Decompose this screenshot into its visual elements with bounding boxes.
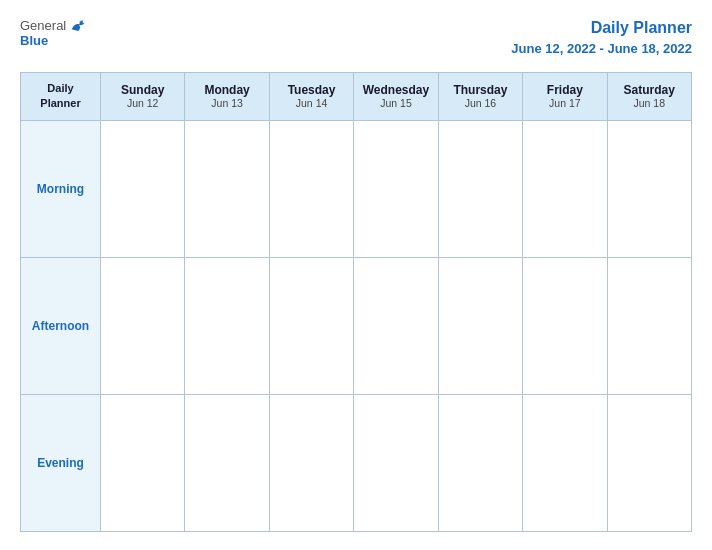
afternoon-sunday[interactable] [101, 257, 185, 394]
sunday-date: Jun 12 [105, 97, 180, 109]
tuesday-name: Tuesday [274, 83, 349, 97]
col-sunday: Sunday Jun 12 [101, 72, 185, 120]
afternoon-friday[interactable] [523, 257, 607, 394]
col-friday: Friday Jun 17 [523, 72, 607, 120]
afternoon-thursday[interactable] [438, 257, 522, 394]
logo-general-text: General [20, 18, 66, 33]
thursday-date: Jun 16 [443, 97, 518, 109]
calendar-table: DailyPlanner Sunday Jun 12 Monday Jun 13… [20, 72, 692, 532]
afternoon-saturday[interactable] [607, 257, 691, 394]
afternoon-tuesday[interactable] [269, 257, 353, 394]
logo-text: General [20, 18, 88, 33]
col-saturday: Saturday Jun 18 [607, 72, 691, 120]
evening-label: Evening [21, 394, 101, 531]
logo-blue-text: Blue [20, 33, 48, 48]
morning-sunday[interactable] [101, 120, 185, 257]
morning-tuesday[interactable] [269, 120, 353, 257]
morning-label: Morning [21, 120, 101, 257]
evening-monday[interactable] [185, 394, 269, 531]
afternoon-monday[interactable] [185, 257, 269, 394]
col-wednesday: Wednesday Jun 15 [354, 72, 438, 120]
daily-planner-header-cell: DailyPlanner [21, 72, 101, 120]
morning-thursday[interactable] [438, 120, 522, 257]
logo-bird-icon [70, 19, 88, 33]
evening-tuesday[interactable] [269, 394, 353, 531]
sunday-name: Sunday [105, 83, 180, 97]
saturday-name: Saturday [612, 83, 687, 97]
header-row: DailyPlanner Sunday Jun 12 Monday Jun 13… [21, 72, 692, 120]
morning-row: Morning [21, 120, 692, 257]
wednesday-date: Jun 15 [358, 97, 433, 109]
evening-wednesday[interactable] [354, 394, 438, 531]
evening-row: Evening [21, 394, 692, 531]
col-thursday: Thursday Jun 16 [438, 72, 522, 120]
monday-date: Jun 13 [189, 97, 264, 109]
header: General Blue Daily Planner June 12, 2022… [20, 18, 692, 58]
evening-saturday[interactable] [607, 394, 691, 531]
morning-friday[interactable] [523, 120, 607, 257]
morning-monday[interactable] [185, 120, 269, 257]
date-range: June 12, 2022 - June 18, 2022 [511, 41, 692, 56]
morning-wednesday[interactable] [354, 120, 438, 257]
monday-name: Monday [189, 83, 264, 97]
friday-name: Friday [527, 83, 602, 97]
morning-saturday[interactable] [607, 120, 691, 257]
afternoon-row: Afternoon [21, 257, 692, 394]
col-tuesday: Tuesday Jun 14 [269, 72, 353, 120]
page-title: Daily Planner [591, 19, 692, 36]
afternoon-wednesday[interactable] [354, 257, 438, 394]
page: General Blue Daily Planner June 12, 2022… [0, 0, 712, 550]
friday-date: Jun 17 [527, 97, 602, 109]
afternoon-label: Afternoon [21, 257, 101, 394]
logo-area: General Blue [20, 18, 88, 48]
thursday-name: Thursday [443, 83, 518, 97]
col-monday: Monday Jun 13 [185, 72, 269, 120]
evening-friday[interactable] [523, 394, 607, 531]
wednesday-name: Wednesday [358, 83, 433, 97]
title-area: Daily Planner June 12, 2022 - June 18, 2… [511, 18, 692, 58]
evening-sunday[interactable] [101, 394, 185, 531]
tuesday-date: Jun 14 [274, 97, 349, 109]
saturday-date: Jun 18 [612, 97, 687, 109]
evening-thursday[interactable] [438, 394, 522, 531]
